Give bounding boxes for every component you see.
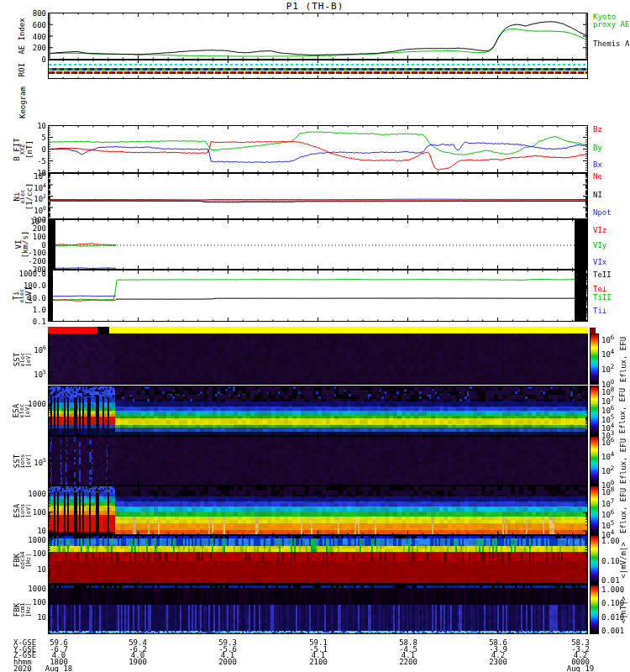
panel-label-line: Keogram: [18, 87, 25, 118]
y-tick-label: 1000.0: [8, 270, 46, 277]
bottom-axis-value: Aug 18: [45, 665, 73, 672]
colorbar-esa_e: [590, 386, 599, 436]
y-tick-label: 106: [8, 344, 46, 354]
y-tick-label: 100: [8, 205, 46, 214]
flag-segment: [109, 327, 588, 333]
y-tick-label: 0: [8, 56, 46, 63]
axis-ticks-esa_e: [48, 386, 588, 436]
colorbar-esa_i: [590, 486, 599, 535]
colorbar-tick-label: 102: [601, 364, 614, 373]
panel-label-line: [eV]: [25, 352, 31, 366]
series-label-TeII: TeII: [593, 271, 612, 279]
colorbar-sst_i: [590, 436, 599, 486]
colorbar-unit-label: Eflux, EFU: [618, 436, 627, 486]
series-label-Bz: Bz: [593, 126, 602, 134]
y-tick-label: 0.1: [8, 318, 46, 325]
y-tick-label: 800: [8, 10, 46, 17]
bottom-axis-value: 2300: [489, 659, 507, 665]
series-label-NI: NI: [593, 192, 602, 199]
colorbar-unit-label: Eflux, EFU: [618, 386, 627, 436]
y-tick-label: 400: [8, 34, 46, 40]
panel-label-line: ROI: [18, 62, 25, 76]
colorbar-unit-label: Eflux, EFU: [618, 486, 627, 535]
colorbar-tick-label: 102: [601, 465, 614, 475]
colorbar-tick-label: 104: [601, 451, 614, 460]
colorbar-fbk_b: [590, 585, 599, 634]
y-tick-label: 1000: [8, 491, 46, 497]
axis-ticks-v: [48, 219, 588, 270]
y-tick-label: 105: [8, 369, 46, 378]
y-tick-label: 10: [8, 528, 46, 534]
series-label-By: By: [593, 144, 602, 152]
colorbar-tick-label: 1.00: [601, 538, 620, 544]
bottom-axis-value: 2100: [309, 659, 328, 665]
data-gap-bar: [48, 220, 55, 269]
data-gap-bar: [48, 270, 53, 321]
y-tick-label: 10: [8, 123, 46, 129]
axis-ticks-esa_i: [48, 486, 588, 535]
colorbar-tick-label: 0.10: [601, 558, 620, 564]
bottom-axis-value: 1900: [129, 659, 147, 665]
themis-summary-plot: P1 (TH-B) AE IndexROIKeogramB FITXYZ[nT]…: [0, 0, 630, 672]
panel-flag-bar: [48, 327, 588, 333]
axis-ticks-sst_i: [48, 436, 588, 486]
axis-ticks-fbk_e: [48, 535, 588, 585]
colorbar-tick-label: 106: [601, 437, 614, 446]
colorbar-tick-label: 104: [601, 349, 614, 358]
y-tick-label: 104: [8, 182, 46, 192]
colorbar-unit-label: <|mV/m|>: [618, 535, 627, 585]
panel-label-keo: Keogram: [10, 79, 34, 125]
y-tick-label: 106: [8, 171, 46, 180]
y-tick-label: 200: [8, 45, 46, 51]
y-tick-label: 5: [8, 134, 46, 141]
y-tick-label: 300: [8, 217, 46, 223]
y-tick-label: 1000: [8, 537, 46, 543]
axis-ticks-ni: [48, 173, 588, 219]
y-tick-label: 102: [8, 193, 46, 202]
y-tick-label: 100: [8, 509, 46, 516]
page-title: P1 (TH-B): [0, 1, 630, 12]
y-tick-label: 1.0: [8, 307, 46, 313]
series-label-Te: Te⊥: [593, 286, 606, 293]
panel-label-esa_e: ESAelec[eV]: [10, 386, 34, 436]
axis-ticks-sst_e: [48, 333, 588, 385]
y-tick-label: 10: [8, 614, 46, 621]
series-label-ThemisAE: Themis AE: [593, 40, 630, 48]
series-label-TiII: TiII: [593, 294, 612, 302]
y-tick-label: 100: [8, 599, 46, 606]
series-label-VIy: VIy: [593, 242, 606, 249]
colorbar-tick-label: 108: [601, 486, 614, 496]
y-tick-label: -100: [8, 249, 46, 256]
colorbar-tick-label: 106: [601, 509, 614, 518]
bottom-axis-row-header: 2020: [13, 665, 32, 672]
y-tick-label: -200: [8, 258, 46, 265]
colorbar-tick-label: 105: [601, 520, 614, 529]
data-gap-bar: [575, 270, 586, 321]
flag-segment: [48, 327, 97, 333]
series-label-VIz: VIz: [593, 227, 606, 234]
y-tick-label: 10: [8, 566, 46, 573]
series-label-Bx: Bx: [593, 161, 602, 169]
y-tick-label: 105: [8, 457, 46, 466]
colorbar-tick-label: 0.01: [601, 577, 620, 584]
colorbar-unit-label: <|nT|>: [618, 585, 627, 634]
y-tick-label: 600: [8, 22, 46, 29]
colorbar-unit-label: Eflux, EFU: [618, 333, 627, 385]
series-label-Ne: Ne: [593, 173, 602, 181]
colorbar-tick-label: 107: [601, 498, 614, 507]
y-tick-label: 100: [8, 234, 46, 240]
y-tick-label: 200: [8, 225, 46, 232]
y-tick-label: -5: [8, 158, 46, 165]
bottom-axis-value: 2000: [218, 659, 237, 665]
y-tick-label: 10.0: [8, 295, 46, 302]
series-label-VIx: VIx: [593, 259, 606, 266]
bottom-axis-value: 2200: [399, 659, 417, 665]
y-tick-label: 100: [8, 550, 46, 557]
y-tick-label: 1000: [8, 585, 46, 592]
y-tick-label: 1000: [8, 401, 46, 407]
colorbar-tick-label: 106: [601, 334, 614, 344]
flag-chip: [590, 328, 596, 333]
axis-ticks-ae: [48, 13, 588, 60]
axis-ticks-te: [48, 270, 588, 322]
series-label-proxyAE: proxy AE: [593, 21, 629, 29]
